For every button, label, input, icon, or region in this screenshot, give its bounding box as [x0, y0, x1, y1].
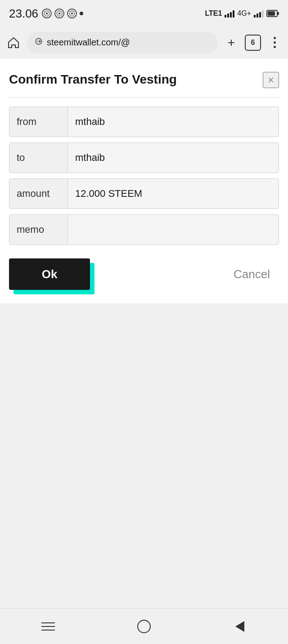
battery-icon	[266, 9, 279, 18]
svg-rect-8	[278, 12, 279, 15]
new-tab-button[interactable]: +	[223, 35, 239, 51]
to-label: to	[9, 143, 68, 173]
svg-rect-7	[268, 11, 275, 16]
status-bar: 23.06 LTE1	[0, 0, 288, 27]
browser-chrome: steemitwallet.com/@ + 6	[0, 27, 288, 58]
from-label: from	[9, 107, 68, 137]
hamburger-icon	[41, 622, 55, 631]
cancel-button[interactable]: Cancel	[225, 263, 279, 286]
ok-button[interactable]: Ok	[9, 258, 90, 290]
status-time: 23.06	[9, 7, 38, 21]
url-text: steemitwallet.com/@	[47, 37, 130, 48]
menu-dot-1	[274, 37, 276, 39]
chrome-icon-3	[67, 9, 77, 18]
chrome-icon-1	[42, 9, 52, 18]
close-button[interactable]: ×	[263, 72, 279, 88]
from-value: mthaib	[68, 107, 279, 137]
home-icon	[7, 36, 20, 49]
svg-point-1	[46, 13, 48, 15]
from-field: from mthaib	[9, 107, 279, 137]
reload-icon	[34, 37, 43, 48]
dialog-divider	[9, 97, 279, 98]
nav-back-button[interactable]	[226, 617, 253, 635]
tabs-button[interactable]: 6	[245, 35, 261, 51]
status-left: 23.06	[9, 7, 83, 21]
url-bar[interactable]: steemitwallet.com/@	[27, 32, 218, 53]
chrome-icon-2	[54, 9, 64, 18]
bottom-nav	[0, 608, 288, 644]
ok-button-wrapper: Ok	[9, 258, 90, 290]
home-button[interactable]	[5, 35, 22, 51]
svg-point-3	[58, 13, 61, 15]
dialog-header: Confirm Transfer To Vesting ×	[9, 72, 279, 88]
dialog-buttons: Ok Cancel	[9, 258, 279, 290]
amount-label: amount	[9, 179, 68, 209]
browser-menu-button[interactable]	[266, 35, 283, 51]
menu-dot-2	[274, 41, 276, 44]
nav-menu-button[interactable]	[35, 617, 62, 635]
amount-field: amount 12.000 STEEM	[9, 178, 279, 209]
notification-dot	[80, 12, 83, 15]
hamburger-line-2	[41, 626, 55, 627]
signal-bars-2	[254, 9, 264, 18]
memo-field: memo	[9, 214, 279, 245]
to-value: mthaib	[68, 143, 279, 173]
signal-bars-1	[225, 9, 234, 18]
svg-point-5	[71, 13, 73, 15]
memo-value[interactable]	[68, 215, 279, 244]
circle-icon	[137, 620, 151, 633]
to-field: to mthaib	[9, 142, 279, 173]
hamburger-line-3	[41, 630, 55, 631]
back-icon	[235, 621, 244, 632]
amount-value: 12.000 STEEM	[68, 179, 279, 209]
hamburger-line-1	[41, 622, 55, 623]
menu-dot-3	[274, 46, 276, 48]
memo-label: memo	[9, 215, 68, 244]
network-label: 4G+	[237, 9, 251, 18]
nav-home-button[interactable]	[130, 617, 158, 635]
dialog-title: Confirm Transfer To Vesting	[9, 72, 263, 87]
confirm-dialog: Confirm Transfer To Vesting × from mthai…	[9, 72, 279, 290]
status-right: LTE1 4G+	[205, 9, 279, 18]
main-content: Confirm Transfer To Vesting × from mthai…	[0, 58, 288, 303]
lte-label: LTE1	[205, 9, 222, 18]
status-icons-left	[42, 9, 83, 18]
